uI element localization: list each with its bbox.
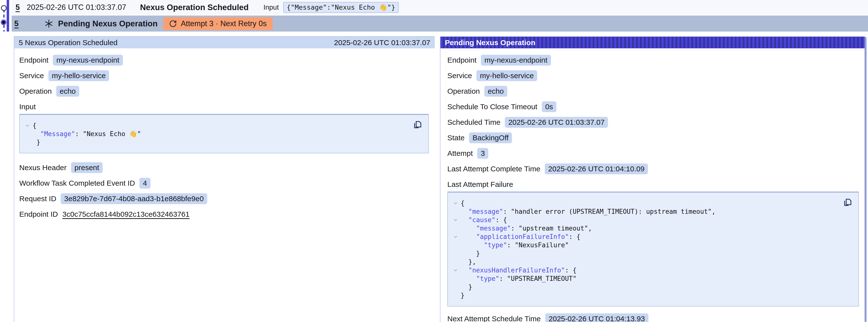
json-line: "Message": "Nexus Echo 👋" [22,130,406,138]
workflow-event-history-screen: 5 2025-02-26 UTC 01:03:37.07 Nexus Opera… [0,0,868,322]
field-row: Nexus Headerpresent [19,162,429,173]
field-row: Request ID3e829b7e-7d67-4b08-aad3-b1e868… [19,193,429,204]
field-label: Endpoint ID [19,210,58,219]
json-line: "type": "UPSTREAM_TIMEOUT" [450,275,836,283]
collapse-chevron-icon[interactable] [450,199,461,207]
field-label: Service [447,71,472,80]
event-id-link[interactable]: 5 [16,3,20,12]
panel-timestamp: 2025-02-26 UTC 01:03:37.07 [334,38,430,47]
field-row: Workflow Task Completed Event ID4 [19,178,429,189]
json-line-text: }, [461,258,476,266]
json-line: "type": "NexusFailure" [450,241,836,249]
last-attempt-failure-json-viewer: { "message": "handler error (UPSTREAM_TI… [447,192,859,307]
field-value-link[interactable]: 3c0c75ccfa8144b092c13ce632463761 [62,210,189,219]
json-line: } [450,249,836,258]
pending-asterisk-icon [44,19,54,28]
field-label: Nexus Header [19,163,67,172]
field-row: Endpoint ID3c0c75ccfa8144b092c13ce632463… [19,209,429,220]
json-line-text: } [461,291,465,299]
json-line: { [450,199,836,207]
json-lines: { "message": "handler error (UPSTREAM_TI… [450,199,836,299]
json-line-text: "nexusHandlerFailureInfo": { [461,266,577,275]
event-row-pending-nexus-operation[interactable]: 5 Pending Nexus Operation Attempt 3 · Ne… [11,15,868,32]
json-line: { [22,121,406,130]
field-label: Attempt [447,149,473,158]
field-value-chip: present [71,162,103,173]
field-label: Schedule To Close Timeout [447,103,537,111]
collapse-chevron-icon[interactable] [450,232,461,241]
json-line: "message": "handler error (UPSTREAM_TIME… [450,207,836,216]
field-label: Workflow Task Completed Event ID [19,179,135,187]
json-line: "cause": { [450,216,836,224]
field-row: Operationecho [447,86,859,97]
field-value-chip: 2025-02-26 UTC 01:04:10.09 [545,163,648,174]
field-row: StateBackingOff [447,132,859,143]
field-value-chip: echo [56,86,79,97]
field-label: Service [19,71,44,80]
field-value-chip: 3e829b7e-7d67-4b08-aad3-b1e868bfe9e0 [61,193,207,204]
chevron-spacer [22,138,33,147]
chevron-spacer [450,224,461,232]
chevron-spacer [450,241,461,249]
json-line: }, [450,258,836,266]
json-line: "message": "upstream timeout", [450,224,836,232]
json-line-text: } [33,138,40,147]
event-input-label: Input [264,3,279,11]
collapse-chevron-icon[interactable] [450,266,461,275]
panel-header: 5 Nexus Operation Scheduled 2025-02-26 U… [14,37,435,48]
json-line-text: "Message": "Nexus Echo 👋" [33,130,141,138]
json-line-text: "message": "handler error (UPSTREAM_TIME… [461,207,715,216]
field-label: Request ID [19,195,56,203]
field-value-chip: 0s [542,101,557,112]
timeline-node-open-icon [1,5,7,11]
field-row: Schedule To Close Timeout0s [447,101,859,112]
timeline-node-current-icon [1,20,6,25]
panel-title: 5 Nexus Operation Scheduled [19,38,118,47]
code-section-label: Last Attempt Failure [447,180,859,189]
event-title: Pending Nexus Operation [58,19,157,28]
field-row: Attempt3 [447,148,859,159]
panel-body: Endpointmy-nexus-endpointServicemy-hello… [14,48,435,220]
chevron-spacer [450,249,461,258]
json-lines: { "Message": "Nexus Echo 👋" } [22,121,406,147]
json-line-text: "applicationFailureInfo": { [461,232,580,241]
field-label: Endpoint [447,56,476,64]
field-row: Scheduled Time2025-02-26 UTC 01:03:37.07 [447,117,859,128]
json-line-text: "cause": { [461,216,507,224]
collapse-chevron-icon[interactable] [450,216,461,224]
panel-body: Endpointmy-nexus-endpointServicemy-hello… [440,48,865,322]
json-line: "applicationFailureInfo": { [450,232,836,241]
field-label: Scheduled Time [447,118,500,127]
json-line: } [22,138,406,147]
json-line: } [450,291,836,299]
input-json-viewer: { "Message": "Nexus Echo 👋" } [19,114,429,153]
json-line-text: } [461,249,480,258]
chevron-spacer [450,283,461,291]
collapse-chevron-icon[interactable] [22,121,33,130]
field-value-chip: 2025-02-26 UTC 01:03:37.07 [505,117,608,128]
json-line-text: "type": "UPSTREAM_TIMEOUT" [461,275,577,283]
timeline-selection-bar [7,0,9,32]
field-group: Endpointmy-nexus-endpointServicemy-hello… [19,55,429,97]
field-row: Endpointmy-nexus-endpoint [447,55,859,66]
json-line: "nexusHandlerFailureInfo": { [450,266,836,275]
event-id-link[interactable]: 5 [14,19,19,28]
field-value-chip: my-nexus-endpoint [53,55,123,66]
json-line-text: } [461,283,472,291]
field-label: State [447,134,465,142]
copy-icon[interactable] [843,196,853,207]
event-input-preview-chip: {"Message":"Nexus Echo 👋"} [283,2,399,13]
event-row-nexus-operation-scheduled[interactable]: 5 2025-02-26 UTC 01:03:37.07 Nexus Opera… [11,0,868,15]
json-line-text: "type": "NexusFailure" [461,241,569,249]
field-label: Endpoint [19,56,49,64]
field-row: Endpointmy-nexus-endpoint [19,55,429,66]
copy-icon[interactable] [413,119,423,130]
vertical-scrollbar[interactable] [865,37,867,322]
field-row: Servicemy-hello-service [447,70,859,81]
field-row: Operationecho [19,86,429,97]
field-row: Servicemy-hello-service [19,70,429,81]
attempt-retry-text: Attempt 3 · Next Retry 0s [181,19,267,28]
panel-title: Pending Nexus Operation [445,38,535,47]
chevron-spacer [450,207,461,216]
field-label: Last Attempt Complete Time [447,165,540,173]
